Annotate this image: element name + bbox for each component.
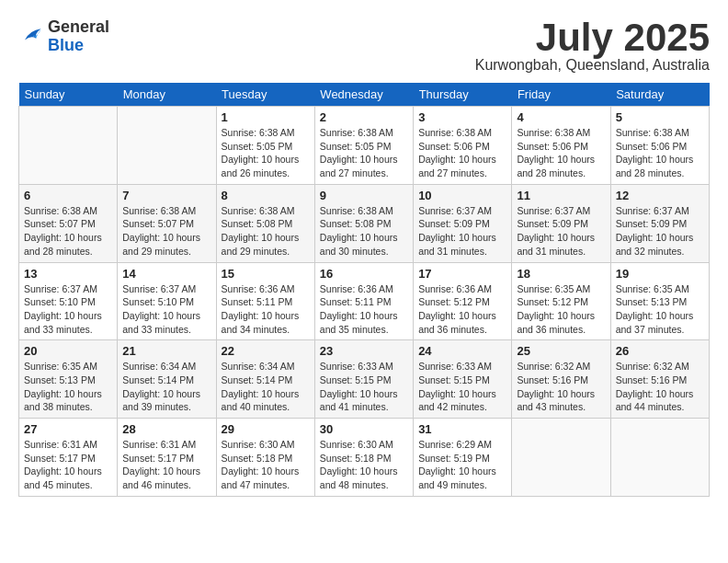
- calendar-table: SundayMondayTuesdayWednesdayThursdayFrid…: [18, 83, 710, 497]
- day-number: 20: [24, 344, 112, 358]
- day-info: Sunrise: 6:36 AM Sunset: 5:11 PM Dayligh…: [320, 282, 408, 337]
- day-number: 11: [517, 189, 605, 202]
- day-info: Sunrise: 6:31 AM Sunset: 5:17 PM Dayligh…: [122, 438, 210, 492]
- day-number: 22: [222, 344, 310, 358]
- day-info: Sunrise: 6:32 AM Sunset: 5:16 PM Dayligh…: [616, 360, 704, 414]
- calendar-cell: 11Sunrise: 6:37 AM Sunset: 5:09 PM Dayli…: [512, 184, 610, 262]
- day-number: 1: [222, 110, 310, 124]
- day-info: Sunrise: 6:38 AM Sunset: 5:08 PM Dayligh…: [320, 204, 408, 259]
- logo-text: General Blue: [48, 18, 109, 55]
- day-number: 2: [320, 110, 408, 124]
- day-number: 9: [320, 189, 408, 202]
- day-info: Sunrise: 6:38 AM Sunset: 5:06 PM Dayligh…: [616, 126, 704, 180]
- weekday-wednesday: Wednesday: [314, 83, 413, 107]
- day-info: Sunrise: 6:34 AM Sunset: 5:14 PM Dayligh…: [222, 360, 310, 414]
- location: Kurwongbah, Queensland, Australia: [475, 57, 710, 74]
- calendar-cell: 24Sunrise: 6:33 AM Sunset: 5:15 PM Dayli…: [414, 340, 512, 419]
- calendar-cell: [512, 419, 610, 497]
- week-row-4: 20Sunrise: 6:35 AM Sunset: 5:13 PM Dayli…: [19, 340, 710, 419]
- day-number: 31: [418, 422, 506, 436]
- day-info: Sunrise: 6:35 AM Sunset: 5:13 PM Dayligh…: [616, 282, 704, 337]
- day-number: 19: [616, 267, 704, 281]
- week-row-3: 13Sunrise: 6:37 AM Sunset: 5:10 PM Dayli…: [19, 262, 710, 340]
- weekday-header-row: SundayMondayTuesdayWednesdayThursdayFrid…: [19, 83, 710, 107]
- day-number: 25: [517, 344, 605, 358]
- calendar-cell: 2Sunrise: 6:38 AM Sunset: 5:05 PM Daylig…: [314, 107, 413, 185]
- weekday-tuesday: Tuesday: [216, 83, 314, 107]
- day-number: 30: [320, 422, 408, 436]
- day-info: Sunrise: 6:38 AM Sunset: 5:08 PM Dayligh…: [222, 204, 310, 259]
- calendar-cell: 19Sunrise: 6:35 AM Sunset: 5:13 PM Dayli…: [610, 262, 709, 340]
- day-number: 6: [24, 189, 112, 202]
- day-info: Sunrise: 6:36 AM Sunset: 5:12 PM Dayligh…: [418, 282, 506, 337]
- day-number: 3: [418, 110, 506, 124]
- calendar-cell: 7Sunrise: 6:38 AM Sunset: 5:07 PM Daylig…: [118, 184, 216, 262]
- day-info: Sunrise: 6:34 AM Sunset: 5:14 PM Dayligh…: [122, 360, 210, 414]
- calendar-cell: 1Sunrise: 6:38 AM Sunset: 5:05 PM Daylig…: [216, 107, 314, 185]
- day-info: Sunrise: 6:37 AM Sunset: 5:10 PM Dayligh…: [122, 282, 210, 337]
- calendar-cell: 15Sunrise: 6:36 AM Sunset: 5:11 PM Dayli…: [216, 262, 314, 340]
- day-info: Sunrise: 6:37 AM Sunset: 5:09 PM Dayligh…: [517, 204, 605, 259]
- weekday-thursday: Thursday: [414, 83, 512, 107]
- day-info: Sunrise: 6:38 AM Sunset: 5:05 PM Dayligh…: [320, 126, 408, 180]
- day-number: 10: [418, 189, 506, 202]
- day-number: 24: [418, 344, 506, 358]
- logo: General Blue: [18, 18, 109, 55]
- calendar-cell: 20Sunrise: 6:35 AM Sunset: 5:13 PM Dayli…: [19, 340, 118, 419]
- week-row-2: 6Sunrise: 6:38 AM Sunset: 5:07 PM Daylig…: [19, 184, 710, 262]
- calendar-cell: 26Sunrise: 6:32 AM Sunset: 5:16 PM Dayli…: [610, 340, 709, 419]
- calendar-cell: 29Sunrise: 6:30 AM Sunset: 5:18 PM Dayli…: [216, 419, 314, 497]
- week-row-1: 1Sunrise: 6:38 AM Sunset: 5:05 PM Daylig…: [19, 107, 710, 185]
- calendar-cell: 14Sunrise: 6:37 AM Sunset: 5:10 PM Dayli…: [118, 262, 216, 340]
- title-block: July 2025 Kurwongbah, Queensland, Austra…: [475, 18, 710, 74]
- calendar-cell: 13Sunrise: 6:37 AM Sunset: 5:10 PM Dayli…: [19, 262, 118, 340]
- day-number: 23: [320, 344, 408, 358]
- day-number: 5: [616, 110, 704, 124]
- calendar-cell: 23Sunrise: 6:33 AM Sunset: 5:15 PM Dayli…: [314, 340, 413, 419]
- logo-bird-icon: [18, 24, 44, 50]
- day-info: Sunrise: 6:30 AM Sunset: 5:18 PM Dayligh…: [222, 438, 310, 492]
- day-number: 29: [222, 422, 310, 436]
- day-info: Sunrise: 6:37 AM Sunset: 5:09 PM Dayligh…: [418, 204, 506, 259]
- day-info: Sunrise: 6:37 AM Sunset: 5:09 PM Dayligh…: [616, 204, 704, 259]
- day-number: 16: [320, 267, 408, 281]
- calendar-cell: 17Sunrise: 6:36 AM Sunset: 5:12 PM Dayli…: [414, 262, 512, 340]
- calendar-cell: 8Sunrise: 6:38 AM Sunset: 5:08 PM Daylig…: [216, 184, 314, 262]
- day-info: Sunrise: 6:35 AM Sunset: 5:13 PM Dayligh…: [24, 360, 112, 414]
- day-number: 8: [222, 189, 310, 202]
- day-info: Sunrise: 6:37 AM Sunset: 5:10 PM Dayligh…: [24, 282, 112, 337]
- calendar-cell: [610, 419, 709, 497]
- day-info: Sunrise: 6:33 AM Sunset: 5:15 PM Dayligh…: [418, 360, 506, 414]
- calendar-cell: 16Sunrise: 6:36 AM Sunset: 5:11 PM Dayli…: [314, 262, 413, 340]
- calendar-cell: 18Sunrise: 6:35 AM Sunset: 5:12 PM Dayli…: [512, 262, 610, 340]
- weekday-friday: Friday: [512, 83, 610, 107]
- calendar-cell: 27Sunrise: 6:31 AM Sunset: 5:17 PM Dayli…: [19, 419, 118, 497]
- calendar-cell: 30Sunrise: 6:30 AM Sunset: 5:18 PM Dayli…: [314, 419, 413, 497]
- day-number: 15: [222, 267, 310, 281]
- day-info: Sunrise: 6:38 AM Sunset: 5:05 PM Dayligh…: [222, 126, 310, 180]
- weekday-monday: Monday: [118, 83, 216, 107]
- calendar-cell: 3Sunrise: 6:38 AM Sunset: 5:06 PM Daylig…: [414, 107, 512, 185]
- month-title: July 2025: [475, 18, 710, 57]
- calendar-cell: 21Sunrise: 6:34 AM Sunset: 5:14 PM Dayli…: [118, 340, 216, 419]
- calendar-cell: 9Sunrise: 6:38 AM Sunset: 5:08 PM Daylig…: [314, 184, 413, 262]
- day-info: Sunrise: 6:32 AM Sunset: 5:16 PM Dayligh…: [517, 360, 605, 414]
- day-info: Sunrise: 6:30 AM Sunset: 5:18 PM Dayligh…: [320, 438, 408, 492]
- day-number: 13: [24, 267, 112, 281]
- day-info: Sunrise: 6:31 AM Sunset: 5:17 PM Dayligh…: [24, 438, 112, 492]
- calendar-cell: [118, 107, 216, 185]
- day-number: 17: [418, 267, 506, 281]
- logo-blue: Blue: [48, 37, 109, 55]
- day-number: 4: [517, 110, 605, 124]
- calendar-cell: [19, 107, 118, 185]
- day-info: Sunrise: 6:38 AM Sunset: 5:06 PM Dayligh…: [517, 126, 605, 180]
- calendar-cell: 22Sunrise: 6:34 AM Sunset: 5:14 PM Dayli…: [216, 340, 314, 419]
- weekday-sunday: Sunday: [19, 83, 118, 107]
- day-number: 14: [122, 267, 210, 281]
- calendar-cell: 25Sunrise: 6:32 AM Sunset: 5:16 PM Dayli…: [512, 340, 610, 419]
- calendar-cell: 28Sunrise: 6:31 AM Sunset: 5:17 PM Dayli…: [118, 419, 216, 497]
- calendar-cell: 6Sunrise: 6:38 AM Sunset: 5:07 PM Daylig…: [19, 184, 118, 262]
- day-number: 7: [122, 189, 210, 202]
- day-number: 12: [616, 189, 704, 202]
- day-info: Sunrise: 6:38 AM Sunset: 5:07 PM Dayligh…: [24, 204, 112, 259]
